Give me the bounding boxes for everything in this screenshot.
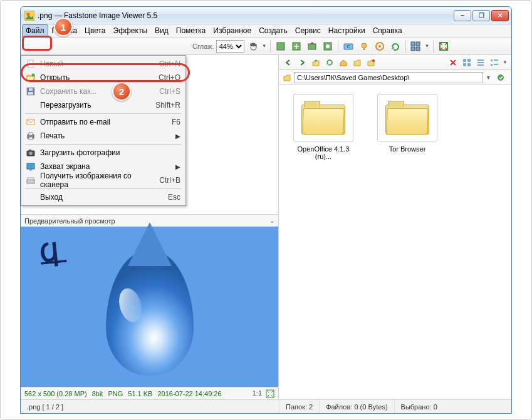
svg-point-7 (326, 44, 330, 48)
svg-rect-16 (416, 42, 420, 46)
menu-item-saveas[interactable]: Сохранить как... Ctrl+S (23, 85, 184, 98)
tool-icon-8[interactable] (389, 39, 402, 53)
nav-up-icon[interactable] (310, 57, 321, 68)
maximize-button[interactable]: ❐ (472, 10, 490, 21)
info-format: PNG (108, 390, 123, 397)
menu-settings[interactable]: Настройки (325, 24, 369, 37)
delete-icon[interactable] (447, 57, 459, 68)
nav-forward-icon[interactable] (296, 57, 308, 68)
browser-toolbar: ▼ (279, 55, 511, 70)
favorites-toolbar-icon[interactable] (352, 57, 363, 68)
menu-favorites[interactable]: Избранное (209, 24, 255, 37)
camera-icon (24, 147, 38, 158)
zoom-select[interactable]: 44% (216, 40, 244, 53)
svg-rect-44 (491, 59, 493, 61)
menu-item-email[interactable]: Отправить по e-mail F6 (23, 115, 184, 129)
menu-item-print[interactable]: Печать ▶ (23, 129, 184, 143)
menu-item-open[interactable]: Открыть Ctrl+O (23, 71, 184, 85)
main-toolbar: Сглаж. 44% ▼ C ▼ (21, 38, 511, 55)
browser-file-list[interactable]: OpenOffice 4.1.3 (ru)... Tor Browser (279, 85, 511, 399)
svg-point-13 (378, 45, 381, 48)
image-info-bar: 562 x 500 (0.28 MP) 8bit PNG 51.1 KB 201… (21, 387, 278, 399)
status-selected: Выбрано: 0 (394, 400, 444, 413)
svg-point-39 (372, 59, 375, 62)
file-menu-dropdown: Новый Ctrl+N Открыть Ctrl+O Сохранить ка… (21, 55, 186, 206)
list-item[interactable]: OpenOffice 4.1.3 (ru)... (289, 94, 358, 160)
menu-item-scan[interactable]: Получить изображения со сканера Ctrl+B (23, 173, 184, 187)
svg-rect-34 (27, 180, 34, 183)
svg-rect-15 (411, 42, 415, 46)
svg-rect-18 (416, 47, 420, 51)
path-input[interactable]: C:\Users\ПК\Saved Games\Desktop\ (294, 72, 483, 83)
menu-item-upload[interactable]: Загрузить фотографии (23, 146, 184, 160)
svg-point-10 (362, 43, 367, 48)
close-button[interactable]: ✕ (491, 10, 509, 21)
view-list-icon[interactable] (489, 57, 500, 68)
menu-help[interactable]: Справка (369, 24, 406, 37)
new-file-icon (24, 58, 38, 69)
menu-item-reload[interactable]: Перезагрузить Shift+R (23, 98, 184, 112)
svg-point-30 (29, 152, 33, 155)
info-dimensions: 562 x 500 (0.28 MP) (24, 390, 87, 397)
info-depth: 8bit (92, 390, 103, 397)
nav-back-icon[interactable] (283, 57, 294, 68)
menu-tools[interactable]: Сервис (291, 24, 325, 37)
svg-rect-42 (463, 63, 466, 66)
path-folder-icon (283, 73, 291, 82)
status-filename: .png [ 1 / 2 ] (21, 400, 279, 413)
menu-item-exit[interactable]: Выход Esc (23, 190, 184, 204)
info-size: 51.1 KB (128, 390, 152, 397)
fullscreen-icon[interactable] (437, 39, 451, 53)
item-label: OpenOffice 4.1.3 (ru)... (289, 145, 358, 160)
waterdrop-graphic (106, 250, 194, 376)
svg-rect-43 (467, 63, 471, 66)
menu-effects[interactable]: Эффекты (110, 24, 152, 37)
list-item[interactable]: Tor Browser (373, 94, 442, 153)
menu-item-new[interactable]: Новый Ctrl+N (23, 57, 184, 71)
email-icon (24, 116, 38, 128)
tool-icon-2[interactable] (289, 39, 303, 53)
menu-colors[interactable]: Цвета (81, 24, 109, 37)
svg-marker-38 (326, 63, 328, 64)
tool-icon-4[interactable] (321, 39, 335, 53)
view-details-icon[interactable] (475, 57, 486, 68)
svg-rect-23 (29, 88, 33, 91)
print-icon (24, 130, 38, 141)
home-icon[interactable] (338, 57, 349, 68)
tool-icon-3[interactable] (305, 39, 319, 53)
tool-icon-5[interactable]: C (342, 39, 355, 53)
menu-mark[interactable]: Пометка (172, 24, 210, 37)
svg-point-21 (32, 74, 35, 77)
tool-icon-1[interactable] (274, 39, 288, 53)
collapse-icon[interactable]: ⌄ (269, 217, 274, 224)
statusbar: .png [ 1 / 2 ] Папок: 2 Файлов: 0 (0 Byt… (21, 399, 511, 413)
callout-badge-1: 1 (54, 18, 73, 36)
menu-file[interactable]: Файл (22, 24, 48, 37)
titlebar: .png — Faststone Image Viewer 5.5 – ❐ ✕ (21, 7, 511, 24)
view-mode-icon[interactable] (409, 39, 423, 53)
tool-icon-6[interactable] (357, 39, 371, 53)
menu-create[interactable]: Создать (255, 24, 291, 37)
menu-view[interactable]: Вид (151, 24, 172, 37)
status-files: Файлов: 0 (0 Bytes) (319, 400, 394, 413)
svg-rect-2 (277, 43, 284, 50)
refresh-icon[interactable] (324, 57, 335, 68)
svg-rect-45 (491, 64, 493, 66)
view-large-icons-icon[interactable] (461, 57, 472, 68)
preview-image: Ϥ (21, 227, 278, 387)
window-title: .png — Faststone Image Viewer 5.5 (38, 11, 454, 20)
new-folder-icon[interactable] (365, 57, 377, 68)
hand-tool-icon[interactable] (246, 39, 260, 53)
fit-icon[interactable] (266, 389, 274, 398)
scanner-icon (24, 175, 38, 186)
path-go-icon[interactable] (494, 71, 508, 85)
screen-capture-icon (24, 161, 38, 172)
svg-rect-41 (467, 59, 471, 62)
minimize-button[interactable]: – (454, 10, 471, 21)
status-folders: Папок: 2 (279, 400, 319, 413)
tool-icon-7[interactable] (373, 39, 387, 53)
item-label: Tor Browser (373, 145, 442, 153)
path-dropdown-icon[interactable]: ▼ (486, 74, 491, 81)
svg-rect-4 (308, 44, 316, 49)
info-ratio: 1:1 (253, 389, 262, 398)
